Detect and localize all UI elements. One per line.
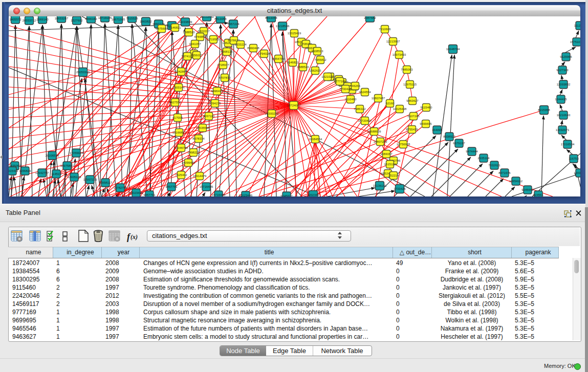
- svg-text:(x): (x): [130, 233, 138, 240]
